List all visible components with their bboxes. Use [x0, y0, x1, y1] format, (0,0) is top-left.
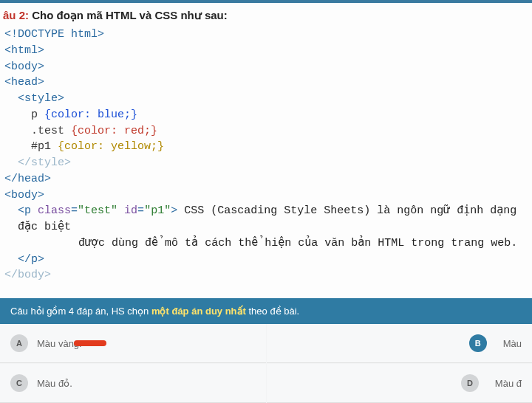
- option-letter: D: [461, 374, 479, 392]
- code-line: <body>: [4, 59, 529, 75]
- code-block: <!DOCTYPE html> <html> <body> <head> <st…: [3, 27, 529, 283]
- question-prompt: âu 2: Cho đoạn mã HTML và CSS như sau:: [3, 9, 529, 22]
- code-line: #p1 {color: yellow;}: [4, 139, 529, 155]
- option-letter: A: [10, 334, 28, 352]
- instruction-highlight: một đáp án duy nhất: [151, 306, 246, 317]
- instruction-post: theo đề bài.: [246, 306, 299, 317]
- question-number: âu 2:: [3, 9, 29, 21]
- option-d[interactable]: D Màu đ: [267, 364, 533, 403]
- instruction-bar: Câu hỏi gồm 4 đáp án, HS chọn một đáp án…: [0, 298, 532, 324]
- code-line: </body>: [4, 267, 529, 283]
- code-line: .test {color: red;}: [4, 123, 529, 140]
- answer-section: Câu hỏi gồm 4 đáp án, HS chọn một đáp án…: [0, 298, 532, 403]
- annotation-mark-icon: [74, 340, 106, 346]
- option-a[interactable]: A Màu vàng.: [0, 324, 266, 363]
- instruction-pre: Câu hỏi gồm 4 đáp án, HS chọn: [10, 306, 151, 317]
- option-b[interactable]: B Màu: [267, 324, 533, 363]
- code-line: <head>: [4, 75, 529, 91]
- code-line: <p class="test" id="p1"> CSS (Cascading …: [4, 203, 529, 235]
- question-section: âu 2: Cho đoạn mã HTML và CSS như sau: <…: [0, 3, 532, 298]
- option-letter: C: [10, 374, 28, 392]
- option-letter: B: [469, 334, 487, 352]
- code-line: <html>: [4, 43, 529, 59]
- option-text: Màu: [503, 338, 522, 349]
- question-text: Cho đoạn mã HTML và CSS như sau:: [32, 9, 228, 21]
- options-grid: A Màu vàng. B Màu C Màu đỏ. D Màu đ: [0, 324, 532, 403]
- option-c[interactable]: C Màu đỏ.: [0, 364, 266, 403]
- code-line: <body>: [4, 187, 529, 204]
- code-line: được dùng để mô tả cách thể hiện của văn…: [4, 235, 529, 252]
- code-line: </head>: [4, 171, 529, 187]
- code-line: </p>: [4, 252, 529, 268]
- code-line: </style>: [4, 155, 529, 171]
- quiz-frame: âu 2: Cho đoạn mã HTML và CSS như sau: <…: [0, 0, 532, 403]
- option-text: Màu đ: [495, 378, 522, 389]
- code-line: p {color: blue;}: [4, 107, 529, 123]
- option-text: Màu đỏ.: [37, 378, 72, 389]
- code-line: <style>: [4, 91, 529, 107]
- code-line: <!DOCTYPE html>: [4, 27, 529, 43]
